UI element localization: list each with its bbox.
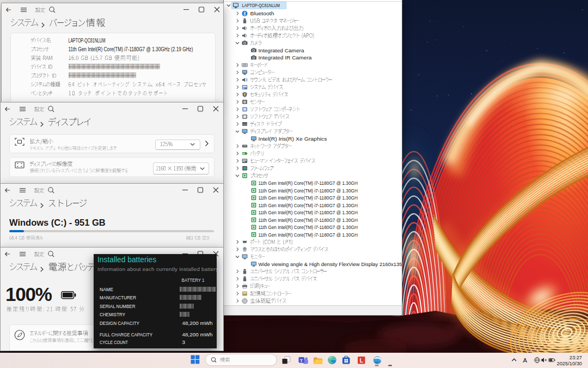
- svg-text:MANUFACTURER: MANUFACTURER: [100, 294, 136, 300]
- svg-text:Windows (C:) - 951 GB: Windows (C:) - 951 GB: [9, 218, 106, 227]
- svg-text:11th Gen Intel(R) Core(TM) i7-: 11th Gen Intel(R) Core(TM) i7-1180G7 @ 1…: [259, 232, 358, 238]
- svg-text:11th Gen Intel(R) Core(TM) i7-: 11th Gen Intel(R) Core(TM) i7-1180G7 @ 1…: [259, 209, 358, 215]
- svg-text:100%: 100%: [5, 283, 52, 305]
- svg-text:11th Gen Intel(R) Core(TM) i7-: 11th Gen Intel(R) Core(TM) i7-1180G7 @ 1…: [259, 217, 358, 223]
- svg-text:11th Gen Intel(R) Core(TM) i7-: 11th Gen Intel(R) Core(TM) i7-1180G7 @ 1…: [259, 195, 358, 201]
- svg-text:Bluetooth: Bluetooth: [250, 10, 274, 16]
- svg-text:BATTERY 1: BATTERY 1: [181, 277, 204, 283]
- svg-text:A: A: [523, 357, 528, 363]
- svg-text:CYCLE COUNT: CYCLE COUNT: [100, 339, 128, 345]
- svg-text:2025/10/30: 2025/10/30: [556, 360, 582, 366]
- svg-text:LAPTOP-QC81NLUM: LAPTOP-QC81NLUM: [69, 37, 106, 43]
- svg-text:Installed batteries: Installed batteries: [97, 256, 156, 264]
- svg-text:Intel(R) Iris(R) Xe Graphics: Intel(R) Iris(R) Xe Graphics: [259, 136, 327, 142]
- svg-text:23:27: 23:27: [569, 354, 582, 360]
- svg-text:11th Gen Intel(R) Core(TM) i7-: 11th Gen Intel(R) Core(TM) i7-1180G7 @ 1…: [259, 180, 358, 186]
- svg-text:CHEMISTRY: CHEMISTRY: [100, 311, 125, 317]
- svg-text:3: 3: [182, 339, 185, 345]
- svg-text:Integrated IR Camera: Integrated IR Camera: [259, 55, 313, 61]
- svg-text:48,200 mWh: 48,200 mWh: [182, 331, 212, 337]
- svg-text:11th Gen Intel(R) Core(TM) i7-: 11th Gen Intel(R) Core(TM) i7-1180G7 @ 1…: [259, 224, 358, 230]
- svg-text:11th Gen Intel(R) Core(TM) i7-: 11th Gen Intel(R) Core(TM) i7-1180G7 @ 1…: [69, 46, 193, 52]
- svg-text:11th Gen Intel(R) Core(TM) i7-: 11th Gen Intel(R) Core(TM) i7-1180G7 @ 1…: [259, 202, 358, 208]
- svg-text:SERIAL NUMBER: SERIAL NUMBER: [100, 303, 136, 309]
- svg-text:Information about each current: Information about each currently install…: [97, 266, 217, 272]
- svg-text:DESIGN CAPACITY: DESIGN CAPACITY: [100, 320, 139, 326]
- svg-text:11th Gen Intel(R) Core(TM) i7-: 11th Gen Intel(R) Core(TM) i7-1180G7 @ 1…: [259, 188, 358, 194]
- svg-text:LAPTOP-QC81NLUM: LAPTOP-QC81NLUM: [242, 2, 280, 8]
- svg-text:FULL CHARGE CAPACITY: FULL CHARGE CAPACITY: [100, 331, 152, 337]
- svg-text:Wide viewing angle & High dens: Wide viewing angle & High density FlexVi…: [259, 261, 402, 267]
- svg-text:NAME: NAME: [100, 286, 113, 292]
- svg-text:Integrated Camera: Integrated Camera: [259, 47, 305, 53]
- svg-text:T: T: [300, 358, 303, 363]
- svg-text:L: L: [360, 357, 363, 363]
- svg-text:48,200 mWh: 48,200 mWh: [182, 320, 212, 326]
